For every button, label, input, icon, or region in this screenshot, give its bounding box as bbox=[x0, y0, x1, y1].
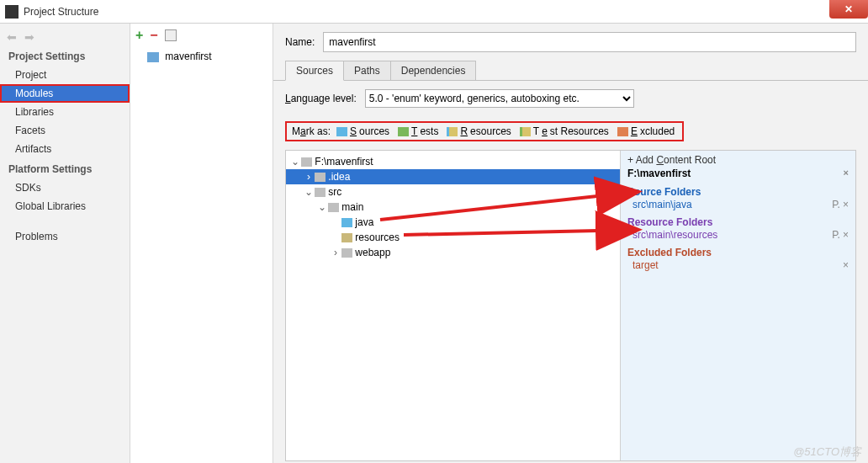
excluded-icon bbox=[617, 127, 628, 136]
sidebar-group-platform: Platform Settings bbox=[0, 158, 130, 178]
tab-bar: Sources Paths Dependencies bbox=[273, 61, 868, 81]
resources-icon bbox=[447, 127, 458, 136]
module-item[interactable]: mavenfirst bbox=[130, 47, 273, 66]
sidebar-item-modules[interactable]: Modules bbox=[0, 84, 130, 103]
source-folder-item[interactable]: src\main\java P. × bbox=[627, 198, 849, 211]
resource-folder-item[interactable]: src\main\resources P. × bbox=[627, 228, 849, 242]
excluded-folders-header: Excluded Folders bbox=[627, 242, 849, 258]
name-row: Name: bbox=[273, 24, 868, 61]
title-bar: Project Structure ✕ bbox=[0, 0, 868, 24]
sidebar-item-artifacts[interactable]: Artifacts bbox=[0, 140, 130, 158]
settings-sidebar: ⬅ ➡ Project Settings Project Modules Lib… bbox=[0, 24, 130, 463]
annotation-arrows bbox=[286, 151, 648, 319]
remove-icon[interactable]: × bbox=[843, 199, 849, 210]
watermark: @51CTO博客 bbox=[793, 444, 861, 460]
content-root-panel: + Add Content Root F:\mavenfirst × Sourc… bbox=[620, 151, 855, 460]
edit-props-icon[interactable]: P. bbox=[832, 229, 840, 241]
tests-icon bbox=[398, 127, 409, 136]
tab-dependencies[interactable]: Dependencies bbox=[390, 61, 477, 81]
remove-root-icon[interactable]: × bbox=[844, 168, 849, 179]
nav-back-icon[interactable]: ⬅ bbox=[7, 30, 17, 44]
sidebar-item-problems[interactable]: Problems bbox=[0, 227, 130, 246]
window-title: Project Structure bbox=[24, 6, 98, 18]
edit-props-icon[interactable]: P. bbox=[832, 199, 840, 210]
tab-paths[interactable]: Paths bbox=[343, 61, 391, 81]
main-panel: Name: Sources Paths Dependencies Languag… bbox=[273, 24, 868, 463]
module-list-panel: + − mavenfirst bbox=[130, 24, 273, 463]
nav-forward-icon[interactable]: ➡ bbox=[24, 30, 34, 44]
sidebar-item-facets[interactable]: Facets bbox=[0, 121, 130, 140]
name-label: Name: bbox=[285, 36, 315, 48]
language-row: Language level: 5.0 - 'enum' keyword, ge… bbox=[273, 81, 868, 116]
remove-icon[interactable]: × bbox=[843, 229, 849, 241]
add-content-root-button[interactable]: + Add Content Root bbox=[627, 154, 849, 166]
main-body: ⬅ ➡ Project Settings Project Modules Lib… bbox=[0, 24, 868, 463]
mark-excluded-button[interactable]: Excluded bbox=[615, 125, 677, 138]
sidebar-item-global-libraries[interactable]: Global Libraries bbox=[0, 197, 130, 216]
mark-row: Mark as: Sources Tests Resources Test Re… bbox=[273, 116, 868, 150]
add-module-icon[interactable]: + bbox=[135, 28, 143, 43]
module-icon bbox=[147, 52, 159, 62]
language-select[interactable]: 5.0 - 'enum' keyword, generics, autoboxi… bbox=[365, 89, 634, 108]
copy-module-icon[interactable] bbox=[165, 29, 177, 41]
sidebar-item-sdks[interactable]: SDKs bbox=[0, 178, 130, 197]
sidebar-group-project: Project Settings bbox=[0, 45, 130, 66]
test-resources-icon bbox=[520, 127, 531, 136]
source-tree: ⌄ F:\mavenfirst › .idea ⌄ src ⌄ main jav… bbox=[286, 151, 620, 460]
mark-tests-button[interactable]: Tests bbox=[395, 125, 441, 138]
excluded-folder-item[interactable]: target × bbox=[627, 258, 849, 272]
resource-folders-header: Resource Folders bbox=[627, 211, 849, 228]
content-area: ⌄ F:\mavenfirst › .idea ⌄ src ⌄ main jav… bbox=[285, 150, 856, 461]
content-root-path[interactable]: F:\mavenfirst × bbox=[627, 166, 849, 181]
sidebar-item-libraries[interactable]: Libraries bbox=[0, 103, 130, 121]
tab-sources[interactable]: Sources bbox=[285, 61, 344, 81]
sources-icon bbox=[336, 127, 347, 136]
module-toolbar: + − bbox=[130, 24, 273, 47]
mark-sources-button[interactable]: Sources bbox=[334, 125, 392, 138]
module-name: mavenfirst bbox=[165, 51, 211, 62]
sidebar-item-project[interactable]: Project bbox=[0, 66, 130, 84]
remove-module-icon[interactable]: − bbox=[150, 28, 157, 43]
name-input[interactable] bbox=[323, 32, 856, 52]
svg-line-0 bbox=[380, 192, 636, 220]
mark-test-resources-button[interactable]: Test Resources bbox=[517, 125, 611, 138]
mark-resources-button[interactable]: Resources bbox=[444, 125, 513, 138]
mark-label: Mark as: bbox=[292, 125, 331, 137]
svg-line-1 bbox=[404, 230, 636, 235]
source-folders-header: Source Folders bbox=[627, 181, 849, 198]
remove-icon[interactable]: × bbox=[843, 259, 849, 271]
language-label: Language level: bbox=[285, 93, 357, 104]
close-button[interactable]: ✕ bbox=[829, 0, 868, 19]
app-icon bbox=[5, 5, 19, 19]
